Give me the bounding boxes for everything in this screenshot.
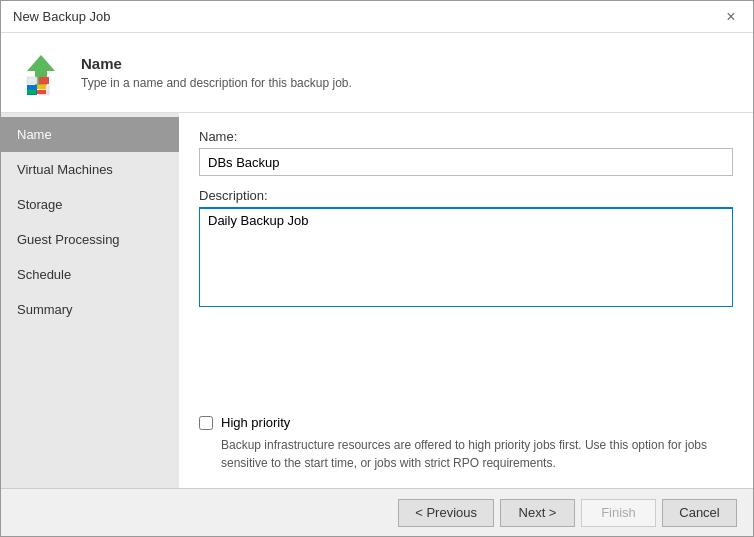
- sidebar-item-schedule[interactable]: Schedule: [1, 257, 179, 292]
- sidebar-item-storage[interactable]: Storage: [1, 187, 179, 222]
- header-title: Name: [81, 55, 352, 72]
- main-content: Name Virtual Machines Storage Guest Proc…: [1, 113, 753, 488]
- svg-rect-7: [27, 90, 36, 94]
- header-description: Type in a name and description for this …: [81, 76, 352, 90]
- sidebar: Name Virtual Machines Storage Guest Proc…: [1, 113, 179, 488]
- priority-section: High priority Backup infrastructure reso…: [199, 407, 733, 472]
- svg-rect-5: [27, 85, 36, 89]
- svg-rect-3: [27, 77, 37, 84]
- description-input[interactable]: Daily Backup Job: [199, 207, 733, 307]
- priority-checkbox-row: High priority: [199, 415, 733, 430]
- header-icon-svg: [17, 49, 65, 97]
- svg-rect-6: [37, 85, 46, 89]
- next-button[interactable]: Next >: [500, 499, 575, 527]
- previous-button[interactable]: < Previous: [398, 499, 494, 527]
- high-priority-label[interactable]: High priority: [221, 415, 290, 430]
- finish-button: Finish: [581, 499, 656, 527]
- svg-rect-8: [37, 90, 46, 94]
- close-button[interactable]: ×: [721, 7, 741, 27]
- name-input[interactable]: [199, 148, 733, 176]
- high-priority-checkbox[interactable]: [199, 416, 213, 430]
- sidebar-item-summary[interactable]: Summary: [1, 292, 179, 327]
- priority-description: Backup infrastructure resources are offe…: [199, 436, 733, 472]
- header-section: Name Type in a name and description for …: [1, 33, 753, 113]
- header-text: Name Type in a name and description for …: [81, 55, 352, 90]
- svg-rect-4: [39, 77, 49, 84]
- name-label: Name:: [199, 129, 733, 144]
- title-bar: New Backup Job ×: [1, 1, 753, 33]
- sidebar-item-guest-processing[interactable]: Guest Processing: [1, 222, 179, 257]
- veeam-icon: [17, 49, 65, 97]
- description-label: Description:: [199, 188, 733, 203]
- sidebar-item-virtual-machines[interactable]: Virtual Machines: [1, 152, 179, 187]
- footer: < Previous Next > Finish Cancel: [1, 488, 753, 536]
- cancel-button[interactable]: Cancel: [662, 499, 737, 527]
- sidebar-item-name[interactable]: Name: [1, 117, 179, 152]
- dialog: New Backup Job × Name Type in: [0, 0, 754, 537]
- content-area: Name: Description: Daily Backup Job High…: [179, 113, 753, 488]
- dialog-title: New Backup Job: [13, 9, 111, 24]
